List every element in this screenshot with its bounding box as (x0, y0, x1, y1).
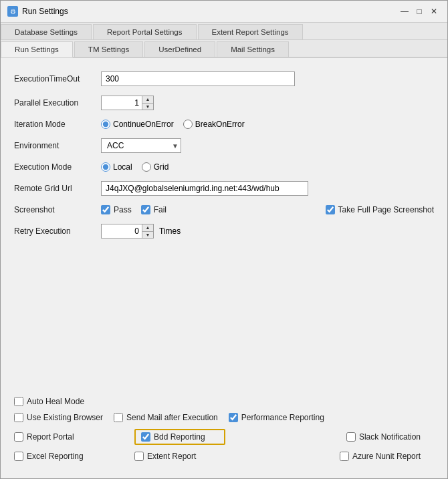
environment-select-container: ACC DEV QA PROD ▼ (101, 138, 181, 153)
use-existing-browser-text: Use Existing Browser (27, 413, 103, 422)
auto-heal-label[interactable]: Auto Heal Mode (14, 397, 84, 406)
slack-notification-text: Slack Notification (359, 432, 421, 442)
row-excel-reporting: Excel Reporting Extent Report Azure Nuni… (14, 452, 434, 461)
iteration-mode-label: Iteration Mode (14, 120, 101, 129)
window-icon: ⚙ (7, 6, 18, 17)
screenshot-fail-text: Fail (154, 205, 166, 214)
retry-execution-up-button[interactable]: ▲ (142, 224, 153, 232)
azure-nunit-label[interactable]: Azure Nunit Report (340, 452, 421, 461)
send-mail-text: Send Mail after Execution (126, 413, 218, 422)
tabs-row1: Database Settings Report Portal Settings… (1, 23, 447, 40)
screenshot-options: Pass Fail Take Full Page Screenshot (101, 205, 434, 214)
screenshot-fail-checkbox[interactable] (141, 205, 150, 214)
tabs-row2: Run Settings TM Settings UserDefined Mai… (1, 40, 447, 58)
bdd-reporting-text: Bdd Reporting (154, 432, 205, 442)
tab-tm-settings[interactable]: TM Settings (74, 41, 143, 57)
tab-extent-report-settings[interactable]: Extent Report Settings (198, 24, 303, 39)
execution-mode-row: Execution Mode Local Grid (14, 162, 434, 172)
retry-execution-input[interactable] (102, 224, 142, 238)
execution-timeout-row: ExecutionTimeOut (14, 71, 434, 86)
retry-execution-row: Retry Execution ▲ ▼ Times (14, 224, 434, 238)
iteration-mode-break-radio[interactable] (183, 120, 193, 129)
excel-reporting-checkbox[interactable] (14, 452, 23, 461)
iteration-mode-continue-radio[interactable] (101, 120, 110, 129)
remote-grid-url-input[interactable] (101, 181, 308, 196)
maximize-button[interactable]: □ (413, 5, 426, 18)
execution-mode-local-text: Local (113, 162, 132, 172)
minimize-button[interactable]: — (398, 5, 411, 18)
send-mail-checkbox[interactable] (114, 413, 123, 422)
environment-select[interactable]: ACC DEV QA PROD (101, 138, 181, 153)
form-content: ExecutionTimeOut Parallel Execution ▲ ▼ … (1, 58, 447, 397)
parallel-execution-up-button[interactable]: ▲ (142, 96, 153, 104)
parallel-execution-input[interactable] (102, 96, 142, 110)
screenshot-full-page-checkbox[interactable] (326, 205, 335, 214)
retry-execution-spinner-buttons: ▲ ▼ (142, 224, 153, 238)
performance-reporting-text: Performance Reporting (241, 413, 324, 422)
retry-execution-down-button[interactable]: ▼ (142, 232, 153, 238)
use-existing-browser-label[interactable]: Use Existing Browser (14, 413, 103, 422)
tab-user-defined[interactable]: UserDefined (144, 41, 215, 57)
execution-mode-local-radio[interactable] (101, 162, 110, 172)
retry-execution-spinner: ▲ ▼ (101, 224, 154, 238)
performance-reporting-label[interactable]: Performance Reporting (229, 413, 324, 422)
excel-reporting-text: Excel Reporting (27, 452, 84, 461)
environment-row: Environment ACC DEV QA PROD ▼ (14, 138, 434, 153)
iteration-mode-row: Iteration Mode ContinueOnError BreakOnEr… (14, 120, 434, 129)
iteration-mode-continue-text: ContinueOnError (113, 120, 174, 129)
iteration-mode-radio-group: ContinueOnError BreakOnError (101, 120, 245, 129)
screenshot-full-page-text: Take Full Page Screenshot (338, 205, 434, 214)
retry-execution-label: Retry Execution (14, 226, 101, 236)
retry-times-label: Times (159, 226, 181, 236)
tab-run-settings[interactable]: Run Settings (1, 41, 73, 57)
report-portal-text: Report Portal (27, 432, 74, 442)
use-existing-browser-checkbox[interactable] (14, 413, 23, 422)
execution-mode-local-label[interactable]: Local (101, 162, 132, 172)
slack-notification-label[interactable]: Slack Notification (346, 432, 421, 442)
report-portal-label[interactable]: Report Portal (14, 432, 121, 442)
tab-database-settings[interactable]: Database Settings (1, 24, 92, 39)
auto-heal-text: Auto Heal Mode (27, 397, 84, 406)
iteration-mode-break-text: BreakOnError (195, 120, 245, 129)
screenshot-checks: Pass Fail (101, 205, 166, 214)
execution-mode-grid-radio[interactable] (142, 162, 151, 172)
send-mail-label[interactable]: Send Mail after Execution (114, 413, 218, 422)
slack-notification-checkbox[interactable] (346, 432, 356, 442)
excel-reporting-label[interactable]: Excel Reporting (14, 452, 121, 461)
tab-report-portal-settings[interactable]: Report Portal Settings (93, 24, 197, 39)
parallel-execution-down-button[interactable]: ▼ (142, 104, 153, 110)
screenshot-label: Screenshot (14, 205, 101, 214)
screenshot-full-page-label[interactable]: Take Full Page Screenshot (326, 205, 434, 214)
auto-heal-row: Auto Heal Mode (14, 397, 434, 406)
extent-report-text: Extent Report (147, 452, 196, 461)
extent-report-checkbox[interactable] (134, 452, 144, 461)
execution-timeout-input[interactable] (101, 71, 295, 86)
azure-nunit-text: Azure Nunit Report (352, 452, 421, 461)
bdd-reporting-container: Bdd Reporting (134, 429, 225, 445)
iteration-mode-continue-label[interactable]: ContinueOnError (101, 120, 174, 129)
extent-report-label[interactable]: Extent Report (134, 452, 241, 461)
window-title: Run Settings (22, 7, 394, 16)
iteration-mode-break-label[interactable]: BreakOnError (183, 120, 245, 129)
execution-mode-radio-group: Local Grid (101, 162, 169, 172)
bdd-reporting-checkbox[interactable] (141, 432, 150, 442)
close-button[interactable]: ✕ (427, 5, 441, 18)
performance-reporting-checkbox[interactable] (229, 413, 238, 422)
remote-grid-url-row: Remote Grid Url (14, 181, 434, 196)
bdd-reporting-label[interactable]: Bdd Reporting (141, 432, 205, 442)
execution-mode-grid-label[interactable]: Grid (142, 162, 169, 172)
remote-grid-url-label: Remote Grid Url (14, 184, 101, 193)
row-report-portal: Report Portal Bdd Reporting Slack Notifi… (14, 429, 434, 445)
tab-mail-settings[interactable]: Mail Settings (217, 41, 289, 57)
auto-heal-checkbox[interactable] (14, 397, 23, 406)
report-portal-checkbox[interactable] (14, 432, 23, 442)
screenshot-fail-label[interactable]: Fail (141, 205, 166, 214)
execution-mode-grid-text: Grid (154, 162, 169, 172)
environment-label: Environment (14, 141, 101, 150)
title-bar: ⚙ Run Settings — □ ✕ (1, 1, 447, 23)
screenshot-pass-checkbox[interactable] (101, 205, 110, 214)
azure-nunit-checkbox[interactable] (340, 452, 349, 461)
row-use-existing-browser: Use Existing Browser Send Mail after Exe… (14, 413, 434, 422)
window-controls: — □ ✕ (398, 5, 441, 18)
screenshot-pass-label[interactable]: Pass (101, 205, 132, 214)
